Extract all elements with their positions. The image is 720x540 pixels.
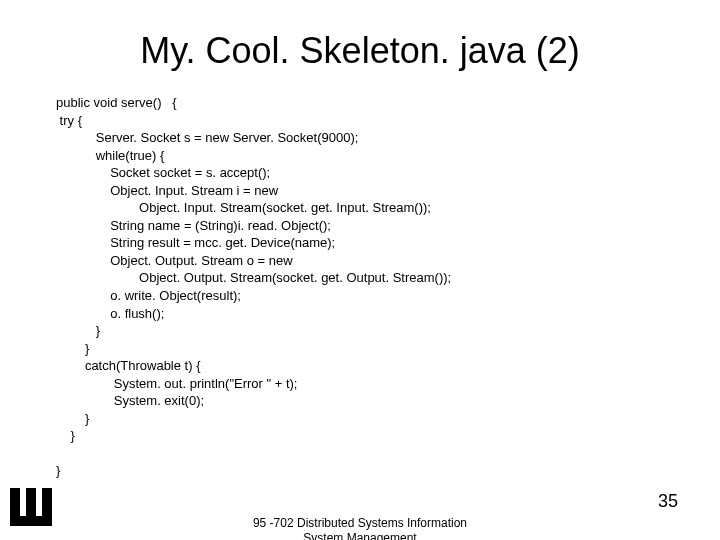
svg-rect-3 — [10, 516, 52, 526]
code-block: public void serve() { try { Server. Sock… — [50, 94, 670, 480]
footer-line1: 95 -702 Distributed Systems Information — [253, 516, 467, 530]
footer-center: 95 -702 Distributed Systems Information … — [210, 516, 510, 540]
footer-line2: System Management — [303, 531, 416, 540]
slide-container: My. Cool. Skeleton. java (2) public void… — [0, 0, 720, 540]
slide-title: My. Cool. Skeleton. java (2) — [50, 30, 670, 72]
cmu-logo-icon — [6, 484, 58, 530]
page-number: 35 — [658, 491, 678, 512]
